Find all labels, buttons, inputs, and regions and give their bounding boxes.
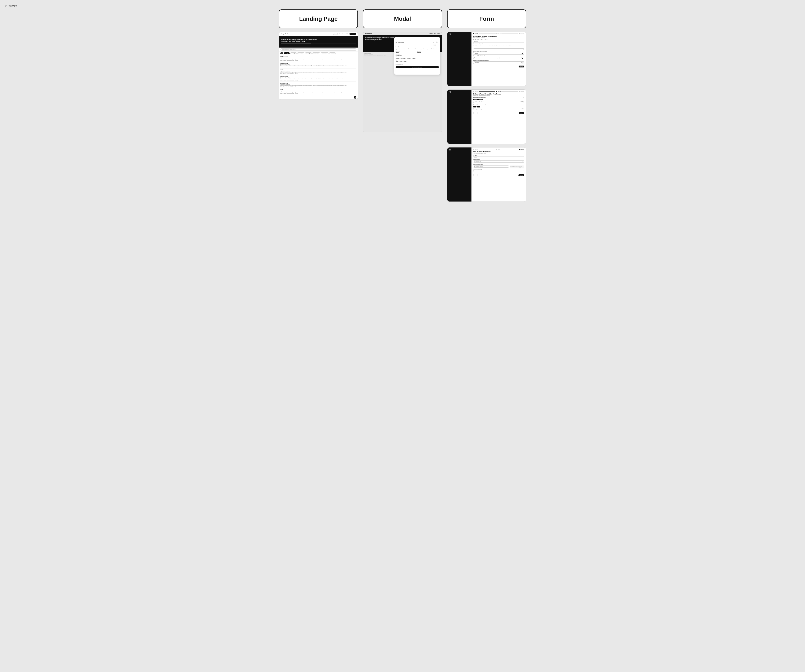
modal-left: UX Researcher Posted 4 minutes ago <box>396 41 404 46</box>
form-progress-step2: Skills Info <box>496 33 501 34</box>
modal-portfolio-link[interactable]: ⊕ Portfolio <box>433 45 439 46</box>
form-step3-wrapper: ✕ Project Info Skills Info <box>447 147 526 202</box>
lp-tag-3[interactable]: UX Researcher <box>297 52 304 54</box>
lp-skill-ui: UI Design <box>295 60 298 61</box>
list-item: UX Researcher Project Owner: Thomas Whit… <box>280 89 356 95</box>
form-s3-dot-2 <box>496 149 497 150</box>
skills-input[interactable] <box>473 101 524 103</box>
duration-unit-select[interactable]: Weeks <box>499 57 524 59</box>
lp-item-sub: Project Owner: Thomas White <box>280 77 356 78</box>
role-input[interactable] <box>473 41 524 43</box>
lp-skill: Skills in: <box>280 67 283 67</box>
form-progress-step3: Personal Info <box>519 33 524 34</box>
tool-chip-figma2[interactable]: Figma <box>477 106 480 107</box>
lp-list: UX Researcher Project Owner: Thomas Whit… <box>279 55 358 95</box>
form-step3-title: Your Personal Information <box>473 151 524 152</box>
add-tool-button[interactable]: + Add Tool <box>521 108 524 109</box>
form-step1-content: Project Info Skills Info Personal Info <box>472 32 526 86</box>
skill-chip-research[interactable]: Research <box>478 99 483 100</box>
lp-nav-home[interactable]: Home <box>333 33 338 35</box>
lp-item-title: UX Researcher <box>280 69 356 70</box>
modal-contact-btn[interactable]: ⊞ Contact through LinkedIn <box>396 66 439 68</box>
form-s3-step2-label: Skills Info <box>498 149 500 150</box>
form-s3-progress-step3: Personal Info <box>519 149 524 150</box>
form-step3-subtitle: Provide your contact and profile details… <box>473 153 524 154</box>
lp-skill-prototype: Prototype <box>283 73 286 74</box>
lp-skill-ur: User Research <box>287 80 291 81</box>
modal-back-chevron[interactable]: ‹ <box>396 39 439 41</box>
overview-textarea[interactable]: A platform where UX design students use … <box>473 45 524 49</box>
lp-item-sub: Project Owner: Thomas White <box>280 84 356 85</box>
modal-summary-label: Project Summary: <box>396 46 439 48</box>
lp-tag-4[interactable]: Web Designer <box>305 52 312 54</box>
role-field-label: Select Team Roles Needed for Your Projec… <box>473 39 524 40</box>
tool-chip-figma1[interactable]: Figma <box>473 106 476 107</box>
lp-tag-1[interactable]: UI Designer <box>284 52 290 54</box>
add-skill-button[interactable]: + Add Skill <box>521 101 524 102</box>
portfolio-icon: ⊕ <box>433 45 434 46</box>
lp-tag-7[interactable]: Visual Design <box>329 52 336 54</box>
form-column: Form ✕ Project Info <box>447 10 526 202</box>
lp-skill-prototype: Prototype <box>283 87 286 87</box>
fab-button[interactable]: ^ <box>354 96 356 99</box>
form-step1-next-button[interactable]: Next › <box>519 66 524 67</box>
modal-type-label: Type of project: <box>396 54 439 55</box>
lp-nav-contact[interactable]: Contact <box>342 33 345 34</box>
lp-item-desc: Design a community-focused directory tha… <box>280 66 356 66</box>
form-step3-black-panel: ✕ <box>447 148 472 202</box>
form-step3-back-button[interactable]: Back <box>473 174 478 176</box>
final-select[interactable]: Live Project <box>473 61 524 64</box>
lp-skill-prototype: Prototype <box>283 67 286 67</box>
lp-skill-ur: User Research <box>287 60 291 61</box>
lp-item-skills: Skills in: Prototype User Research UX De… <box>280 73 356 74</box>
duration-num-input[interactable] <box>473 57 498 59</box>
linkedin-contact-icon: ⊞ <box>412 67 412 68</box>
lp-item-title: UX Researcher <box>280 63 356 64</box>
modal-column: Modal Design Park ◆ Home About Contact J… <box>363 10 442 202</box>
modal-type-value: Mobile Application <box>396 55 439 56</box>
lp-skill-ux: UX Design <box>291 67 294 67</box>
linkedin-icon: ⊞ <box>433 44 434 44</box>
lp-tag-5[interactable]: Product Designer <box>312 52 320 54</box>
tools-input[interactable] <box>473 108 524 110</box>
skills-count: 0/5 <box>524 97 524 98</box>
form-step3-close-button[interactable]: ✕ <box>449 149 451 151</box>
form-step2-next-button[interactable]: Next › <box>519 112 524 114</box>
lp-tag-6[interactable]: Wramo Designer <box>321 52 328 54</box>
form-s2-line-2 <box>501 91 518 92</box>
modal-linkedin-link[interactable]: ⊞ LinkedIn <box>433 44 439 44</box>
modal-label: Modal <box>363 10 442 28</box>
lp-nav-about[interactable]: About <box>339 33 341 34</box>
name-input[interactable] <box>473 156 524 158</box>
form-step2-subtitle: Define the Skills and Tools Required for… <box>473 95 524 96</box>
lp-post-btn[interactable]: Post project <box>350 33 356 35</box>
form-step2-back-button[interactable]: Back <box>473 112 478 114</box>
modal-tool-figma1: Figma <box>396 61 399 62</box>
form-step1-close-button[interactable]: ✕ <box>449 33 451 35</box>
linkedin-input[interactable] <box>473 166 509 167</box>
form-line-2 <box>501 33 518 34</box>
form-step2-black-panel: ✕ <box>447 90 472 144</box>
form-step2-close-button[interactable]: ✕ <box>449 91 451 93</box>
overview-field-label: Provide a Brief of Project Overview <box>473 44 524 44</box>
lp-skill-ui: UI Design <box>295 80 298 81</box>
lp-item-sub: Project Owner: Thomas White <box>280 64 356 65</box>
stage-select[interactable]: Discovery <box>473 52 524 55</box>
lp-tag-0[interactable]: All <box>280 52 283 54</box>
email-input[interactable] <box>473 161 524 162</box>
form-step3-submit-button[interactable]: Submit <box>518 174 524 176</box>
app-label: UI Prototype <box>5 5 17 7</box>
form-step1-title: Create Your Collaborative Project! <box>473 35 524 37</box>
modal-timeline-value: 3 Months <box>396 52 417 53</box>
skill-chip-ux[interactable]: UX Design <box>473 99 478 100</box>
landing-page-column: Landing Page Design Park Home About Cont… <box>279 10 358 202</box>
linkedin-info-icon: ℹ <box>508 166 508 167</box>
form-s2-progress-step3: Personal Info <box>519 91 524 92</box>
lp-tag-2[interactable]: UX Designer <box>290 52 297 54</box>
modal-tool-notion: Notion <box>403 61 407 62</box>
lp-nav-faq[interactable]: FAQ <box>347 33 348 34</box>
form-step1-label: Project Info <box>475 33 478 34</box>
modal-tool-figma2: Figma <box>399 61 403 62</box>
portfolio-input[interactable] <box>473 170 524 172</box>
lp-search-box[interactable]: What position do you want to work at? <box>280 48 356 51</box>
